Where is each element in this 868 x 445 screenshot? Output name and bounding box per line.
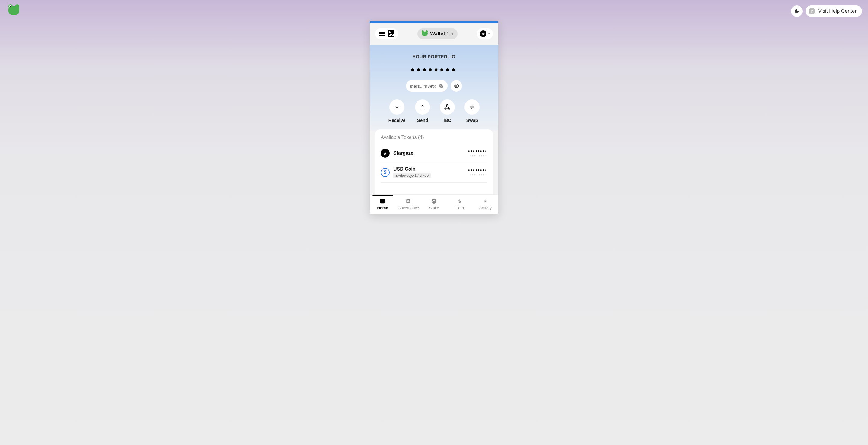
nav-earn[interactable]: $ Earn bbox=[447, 195, 473, 214]
help-label: Visit Help Center bbox=[818, 8, 857, 14]
svg-rect-9 bbox=[409, 201, 409, 202]
svg-rect-7 bbox=[407, 200, 408, 202]
ibc-icon bbox=[444, 104, 451, 110]
nav-label: Stake bbox=[421, 205, 447, 210]
swap-button[interactable]: Swap bbox=[464, 99, 479, 123]
receive-button[interactable]: Receive bbox=[389, 99, 406, 123]
token-name: Stargaze bbox=[393, 151, 468, 156]
portfolio-label: YOUR PORTFOLIO bbox=[376, 54, 492, 59]
token-value: ●●●●●●●● bbox=[468, 173, 487, 177]
eye-icon bbox=[454, 83, 459, 89]
wallet-name: Wallet 1 bbox=[430, 31, 450, 37]
frog-icon bbox=[422, 32, 428, 36]
theme-toggle-button[interactable] bbox=[791, 5, 803, 17]
ibc-button[interactable]: IBC bbox=[440, 99, 455, 123]
send-label: Send bbox=[415, 118, 430, 123]
earn-icon: $ bbox=[457, 198, 462, 204]
swap-label: Swap bbox=[464, 118, 479, 123]
svg-text:$: $ bbox=[459, 198, 461, 203]
nav-activity[interactable]: Activity bbox=[473, 195, 498, 214]
chain-selector[interactable]: ★ ▾ bbox=[477, 28, 493, 39]
token-row[interactable]: ★ Stargaze ●●●●●●●● ●●●●●●●● bbox=[381, 145, 487, 162]
governance-icon bbox=[405, 198, 411, 204]
stargaze-chain-icon: ★ bbox=[480, 30, 487, 37]
wallet-header: Wallet 1 ▾ ★ ▾ bbox=[370, 23, 498, 45]
svg-point-2 bbox=[456, 85, 457, 87]
moon-icon bbox=[794, 8, 800, 14]
question-icon: ? bbox=[809, 8, 815, 14]
app-logo bbox=[8, 6, 19, 15]
swap-icon bbox=[469, 104, 475, 110]
nav-label: Earn bbox=[447, 205, 473, 210]
copy-icon bbox=[439, 84, 443, 88]
nav-home[interactable]: Home bbox=[370, 195, 395, 214]
bottom-nav: Home Governance Stake $ Earn Activity bbox=[370, 194, 498, 214]
send-button[interactable]: Send bbox=[415, 99, 430, 123]
ibc-label: IBC bbox=[440, 118, 455, 123]
token-balance: ●●●●●●●● bbox=[468, 168, 487, 171]
token-name: USD Coin bbox=[393, 166, 468, 172]
download-icon bbox=[394, 104, 400, 110]
wallet-panel: Wallet 1 ▾ ★ ▾ YOUR PORTFOLIO ●●●●●●●● s… bbox=[370, 22, 498, 214]
stargaze-token-icon: ★ bbox=[381, 149, 390, 158]
activity-icon bbox=[483, 198, 487, 204]
address-text: stars...m3etx bbox=[410, 84, 436, 89]
portfolio-balance: ●●●●●●●● bbox=[376, 66, 492, 73]
tokens-header: Available Tokens (4) bbox=[381, 135, 487, 140]
chevron-down-icon: ▾ bbox=[452, 32, 453, 36]
visibility-toggle-button[interactable] bbox=[451, 80, 462, 92]
usdc-token-icon bbox=[381, 168, 390, 177]
nav-governance[interactable]: Governance bbox=[395, 195, 421, 214]
portfolio-section: YOUR PORTFOLIO ●●●●●●●● stars...m3etx Re… bbox=[370, 45, 498, 131]
nav-label: Activity bbox=[473, 205, 498, 210]
upload-icon bbox=[420, 104, 426, 110]
nav-stake[interactable]: Stake bbox=[421, 195, 447, 214]
token-value: ●●●●●●●● bbox=[468, 154, 487, 157]
wallet-selector[interactable]: Wallet 1 ▾ bbox=[417, 28, 458, 39]
token-row[interactable]: USD Coin axelar-dojo-1 / ch-50 ●●●●●●●● … bbox=[381, 162, 487, 183]
nft-gallery-button[interactable] bbox=[388, 30, 395, 37]
nav-label: Home bbox=[370, 205, 395, 210]
wallet-icon bbox=[379, 198, 386, 204]
nav-label: Governance bbox=[395, 205, 421, 210]
receive-label: Receive bbox=[389, 118, 406, 123]
stake-icon bbox=[431, 198, 437, 204]
menu-button[interactable] bbox=[379, 31, 385, 37]
chevron-down-icon: ▾ bbox=[488, 32, 490, 36]
token-tag: axelar-dojo-1 / ch-50 bbox=[393, 173, 431, 178]
header-left-group bbox=[375, 28, 398, 39]
token-balance: ●●●●●●●● bbox=[468, 149, 487, 153]
address-chip[interactable]: stars...m3etx bbox=[406, 80, 448, 92]
help-center-button[interactable]: ? Visit Help Center bbox=[806, 5, 862, 17]
svg-rect-8 bbox=[408, 200, 409, 202]
